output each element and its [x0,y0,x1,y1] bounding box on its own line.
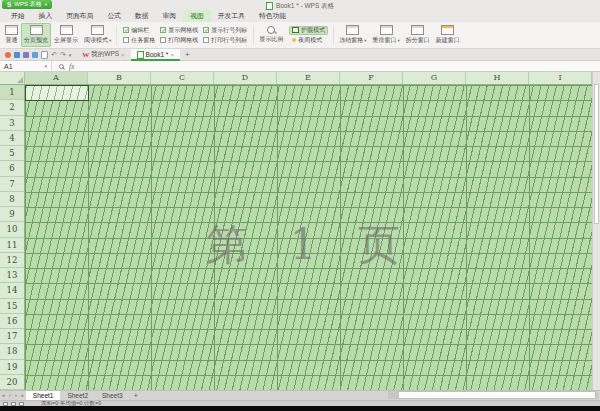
menu-tab-5[interactable]: 审阅 [156,10,184,22]
eye-protection-button[interactable]: 护眼模式 [289,26,328,35]
checkbox-4[interactable]: ✓显示行号列标 [203,25,247,35]
document-tab-bar: ↶ ↷ ▾ W 我的WPS × Book1 * × + [0,49,600,61]
column-header-B[interactable]: B [88,72,151,84]
select-all-corner[interactable] [0,72,25,85]
menu-tab-4[interactable]: 数据 [128,10,156,22]
new-document-tab-button[interactable]: + [180,50,195,59]
sheet-tab-Sheet2[interactable]: Sheet2 [60,391,95,400]
customize-toolbar-arrow[interactable]: ▾ [69,50,72,60]
page-break-view-toggle-icon[interactable] [11,402,16,406]
row-header-16[interactable]: 16 [0,314,24,329]
row-header-7[interactable]: 7 [0,177,24,192]
export-icon[interactable] [23,52,29,58]
column-header-C[interactable]: C [151,72,214,84]
close-icon[interactable]: × [170,52,174,58]
row-header-8[interactable]: 8 [0,192,24,207]
column-header-G[interactable]: G [403,72,466,84]
insert-function-button[interactable]: fx [69,62,74,71]
app-name: WPS 表格 [14,0,41,9]
close-icon[interactable]: × [121,52,125,58]
row-header-19[interactable]: 19 [0,360,24,375]
window-icon-1 [380,25,393,35]
search-icon[interactable] [59,64,64,69]
sheet-nav-button-3[interactable]: » [19,391,26,400]
row-header-18[interactable]: 18 [0,344,24,359]
row-header-3[interactable]: 3 [0,116,24,131]
row-header-15[interactable]: 15 [0,299,24,314]
view-mode-button-1[interactable]: 分页预览 [21,23,51,47]
row-header-12[interactable]: 12 [0,253,24,268]
view-mode-button-2[interactable]: 全屏显示 [51,23,81,47]
column-header-E[interactable]: E [277,72,340,84]
chevron-down-icon: ▾ [45,2,47,7]
vertical-scrollbar[interactable] [592,72,600,390]
row-header-9[interactable]: 9 [0,207,24,222]
menu-tab-3[interactable]: 公式 [100,10,128,22]
checkbox-label-4: 显示行号列标 [211,26,247,35]
undo-button[interactable]: ↶ [51,50,57,60]
add-sheet-button[interactable]: + [130,391,142,400]
save-icon[interactable] [14,52,20,58]
reading-view-toggle-icon[interactable] [19,402,24,406]
checkbox-label-2: 显示网格线 [168,26,198,35]
doc-tab-book1[interactable]: Book1 * × [131,49,180,61]
row-header-20[interactable]: 20 [0,375,24,390]
checkbox-0[interactable]: ✓编辑栏 [123,25,155,35]
row-header-6[interactable]: 6 [0,161,24,176]
view-mode-label-0: 普通 [6,36,18,45]
checkbox-5[interactable]: 打印行号列标 [203,35,247,45]
window-button-2[interactable]: 拆分窗口 [403,23,433,47]
print-preview-icon[interactable] [41,51,48,59]
horizontal-scrollbar[interactable] [388,391,598,399]
wps-home-icon[interactable] [5,52,11,58]
checkbox-3[interactable]: 打印网格线 [160,35,198,45]
menu-tab-8[interactable]: 特色功能 [252,10,293,22]
row-header-1[interactable]: 1 [0,85,24,100]
checkbox-1[interactable]: 任务窗格 [123,35,155,45]
row-header-14[interactable]: 14 [0,283,24,298]
cell-name-box[interactable]: A1 ▾ [0,61,52,71]
column-header-D[interactable]: D [214,72,277,84]
sheet-nav-button-0[interactable]: « [0,391,7,400]
window-button-0[interactable]: 冻结窗格▾ [336,23,369,47]
sheet-tab-Sheet1[interactable]: Sheet1 [26,391,61,400]
row-header-17[interactable]: 17 [0,329,24,344]
column-header-F[interactable]: F [340,72,403,84]
horizontal-scrollbar-thumb[interactable] [398,391,596,399]
column-header-I[interactable]: I [529,72,592,84]
checkbox-box-0: ✓ [123,27,129,33]
print-icon[interactable] [32,52,38,58]
vertical-scrollbar-thumb[interactable] [594,84,599,224]
menu-tab-7[interactable]: 开发工具 [211,10,252,22]
view-mode-button-0[interactable]: 普通 [2,23,21,47]
row-header-2[interactable]: 2 [0,100,24,115]
normal-view-toggle-icon[interactable] [3,402,8,406]
window-button-group: 冻结窗格▾重排窗口▾拆分窗口新建窗口 [336,23,463,47]
eye-protection-icon [292,27,299,33]
window-button-3[interactable]: 新建窗口 [433,23,463,47]
row-header-10[interactable]: 10 [0,222,24,237]
formula-input[interactable] [81,61,600,71]
menu-tab-2[interactable]: 页面布局 [59,10,100,22]
row-header-13[interactable]: 13 [0,268,24,283]
column-header-A[interactable]: A [25,72,88,84]
view-mode-group: 普通分页预览全屏显示阅读模式▾ [2,23,114,47]
menu-tab-1[interactable]: 插入 [32,10,60,22]
menu-tab-6[interactable]: 视图 [183,10,211,22]
sheet-tab-Sheet3[interactable]: Sheet3 [95,391,130,400]
app-menu-button[interactable]: S WPS 表格 ▾ [2,0,52,9]
row-header-5[interactable]: 5 [0,146,24,161]
view-mode-button-3[interactable]: 阅读模式▾ [81,23,114,47]
column-header-H[interactable]: H [466,72,529,84]
doc-tab-home[interactable]: W 我的WPS × [76,49,130,61]
row-header-11[interactable]: 11 [0,238,24,253]
checkbox-2[interactable]: ✓显示网格线 [160,25,198,35]
selected-cell-a1[interactable] [25,85,89,101]
row-header-4[interactable]: 4 [0,131,24,146]
menu-tab-0[interactable]: 开始 [4,10,32,22]
checkbox-box-1 [123,37,129,43]
window-button-1[interactable]: 重排窗口▾ [370,23,403,47]
redo-button[interactable]: ↷ [60,50,66,60]
zoom-button[interactable]: 显示比例 [256,23,286,47]
night-mode-button[interactable]: 夜间模式 [289,36,328,45]
